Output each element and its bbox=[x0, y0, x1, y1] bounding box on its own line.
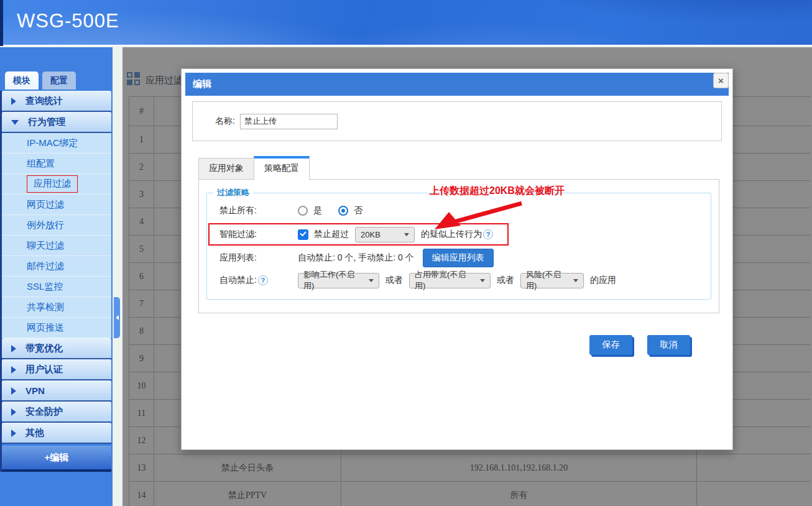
fieldset-legend: 过滤策略 bbox=[213, 187, 253, 198]
policy-config-panel: 过滤策略 禁止所有: 是 否 智能过滤: 禁止超过 20KB bbox=[198, 179, 719, 313]
sidebar-edit-button[interactable]: +编辑 bbox=[2, 446, 111, 472]
dialog-tabs: 应用对象 策略配置 bbox=[198, 155, 719, 180]
sidebar-item-ssl-monitor[interactable]: SSL监控 bbox=[2, 277, 111, 297]
edit-app-list-button[interactable]: 编辑应用列表 bbox=[423, 249, 494, 267]
name-field-group: 名称: bbox=[192, 101, 722, 141]
tab-config[interactable]: 配置 bbox=[42, 71, 76, 90]
app-list-label: 应用列表: bbox=[219, 252, 298, 264]
chevron-down-icon bbox=[573, 279, 578, 282]
sidebar-group-vpn[interactable]: VPN bbox=[2, 380, 111, 402]
radio-no[interactable] bbox=[338, 206, 348, 216]
tab-policy-config[interactable]: 策略配置 bbox=[254, 156, 310, 180]
product-title: WSG-500E bbox=[17, 10, 119, 32]
app-list-stats: 自动禁止: 0 个, 手动禁止: 0 个 bbox=[298, 252, 414, 264]
radio-yes[interactable] bbox=[298, 206, 308, 216]
apps-suffix-label: 的应用 bbox=[590, 275, 616, 286]
sidebar-item-chat-filter[interactable]: 聊天过滤 bbox=[2, 236, 111, 256]
risk-dropdown[interactable]: 风险(不启用) bbox=[520, 273, 584, 288]
auto-forbid-row: 自动禁止: ? 影响工作(不启用) 或者 占用带宽(不启用) 或者 风险(不启用 bbox=[207, 269, 711, 292]
active-item-highlight: 应用过滤 bbox=[27, 175, 78, 193]
tab-modules[interactable]: 模块 bbox=[5, 71, 39, 90]
top-banner: WSG-500E bbox=[0, 0, 812, 46]
sidebar-group-bandwidth[interactable]: 带宽优化 bbox=[2, 338, 111, 359]
collapsed-arrow-icon bbox=[11, 366, 16, 374]
sidebar-item-ip-mac-binding[interactable]: IP-MAC绑定 bbox=[2, 133, 111, 154]
collapsed-arrow-icon bbox=[11, 387, 16, 395]
chevron-down-icon bbox=[404, 233, 409, 236]
filter-policy-fieldset: 过滤策略 禁止所有: 是 否 智能过滤: 禁止超过 20KB bbox=[206, 187, 711, 300]
close-icon: × bbox=[718, 75, 724, 86]
sidebar-group-user-auth[interactable]: 用户认证 bbox=[2, 359, 111, 380]
sidebar-group-security[interactable]: 安全防护 bbox=[2, 402, 111, 423]
sidebar: 模块 配置 查询统计 行为管理 IP-MAC绑定 组配置 应用过滤 网页过滤 例… bbox=[0, 47, 113, 506]
forbid-over-label: 禁止超过 bbox=[314, 229, 349, 240]
save-button[interactable]: 保存 bbox=[589, 335, 632, 355]
collapsed-arrow-icon bbox=[11, 430, 16, 437]
or-label: 或者 bbox=[385, 275, 403, 286]
sidebar-group-query-stats[interactable]: 查询统计 bbox=[2, 91, 111, 112]
radio-no-label: 否 bbox=[354, 205, 362, 216]
collapsed-arrow-icon bbox=[11, 98, 16, 105]
dialog-title: 编辑 bbox=[193, 78, 211, 90]
sidebar-menu: 查询统计 行为管理 IP-MAC绑定 组配置 应用过滤 网页过滤 例外放行 聊天… bbox=[0, 91, 111, 472]
auto-forbid-label: 自动禁止: ? bbox=[219, 275, 298, 286]
banner-decoration bbox=[0, 0, 812, 45]
name-label: 名称: bbox=[215, 116, 235, 127]
sidebar-item-group-config[interactable]: 组配置 bbox=[2, 154, 111, 174]
sidebar-collapse-handle[interactable] bbox=[114, 297, 120, 338]
collapsed-arrow-icon bbox=[11, 408, 16, 416]
sidebar-item-web-filter[interactable]: 网页过滤 bbox=[2, 195, 111, 215]
chevron-down-icon bbox=[369, 279, 374, 282]
sidebar-item-web-push[interactable]: 网页推送 bbox=[2, 318, 111, 338]
app-list-row: 应用列表: 自动禁止: 0 个, 手动禁止: 0 个 编辑应用列表 bbox=[207, 247, 711, 269]
tab-app-object[interactable]: 应用对象 bbox=[198, 158, 254, 180]
suspect-upload-label: 的疑似上传行为 bbox=[421, 229, 482, 240]
collapse-left-icon bbox=[116, 315, 119, 320]
chevron-down-icon bbox=[480, 279, 485, 282]
expanded-arrow-icon bbox=[11, 120, 19, 125]
bandwidth-usage-dropdown[interactable]: 占用带宽(不启用) bbox=[409, 273, 491, 288]
name-input[interactable] bbox=[240, 114, 338, 129]
close-button[interactable]: × bbox=[713, 73, 729, 88]
smart-filter-label: 智能过滤: bbox=[219, 229, 298, 240]
help-icon[interactable]: ? bbox=[483, 229, 493, 239]
collapsed-arrow-icon bbox=[11, 345, 16, 352]
sidebar-item-share-detect[interactable]: 共享检测 bbox=[2, 297, 111, 318]
cancel-button[interactable]: 取消 bbox=[647, 335, 690, 355]
edit-dialog: 编辑 × 名称: 应用对象 策略配置 过滤策略 禁止所有: 是 否 bbox=[181, 68, 733, 450]
banner-left-edge bbox=[0, 0, 3, 46]
or-label: 或者 bbox=[497, 275, 514, 286]
smart-filter-checkbox[interactable] bbox=[298, 229, 308, 240]
sidebar-item-exception-pass[interactable]: 例外放行 bbox=[2, 215, 111, 236]
affect-work-dropdown[interactable]: 影响工作(不启用) bbox=[298, 273, 379, 288]
help-icon[interactable]: ? bbox=[258, 275, 268, 285]
forbid-all-label: 禁止所有: bbox=[219, 205, 298, 216]
sidebar-item-app-filter[interactable]: 应用过滤 bbox=[2, 174, 111, 195]
red-annotation-text: 上传数据超过20KB就会被断开 bbox=[430, 185, 565, 198]
size-dropdown[interactable]: 20KB bbox=[355, 227, 415, 242]
radio-yes-label: 是 bbox=[313, 205, 322, 216]
dialog-titlebar: 编辑 bbox=[185, 73, 729, 96]
sidebar-group-behavior[interactable]: 行为管理 bbox=[2, 112, 111, 133]
sidebar-tabs: 模块 配置 bbox=[5, 71, 76, 90]
screen: WSG-500E 模块 配置 查询统计 行为管理 IP-MAC绑定 组配置 应用… bbox=[0, 0, 812, 506]
sidebar-item-mail-filter[interactable]: 邮件过滤 bbox=[2, 256, 111, 277]
annotation-highlight-box: 智能过滤: 禁止超过 20KB 的疑似上传行为 ? bbox=[208, 223, 509, 246]
forbid-all-row: 禁止所有: 是 否 bbox=[207, 200, 711, 222]
sidebar-group-other[interactable]: 其他 bbox=[2, 423, 111, 444]
smart-filter-row: 智能过滤: 禁止超过 20KB 的疑似上传行为 ? bbox=[210, 224, 507, 244]
